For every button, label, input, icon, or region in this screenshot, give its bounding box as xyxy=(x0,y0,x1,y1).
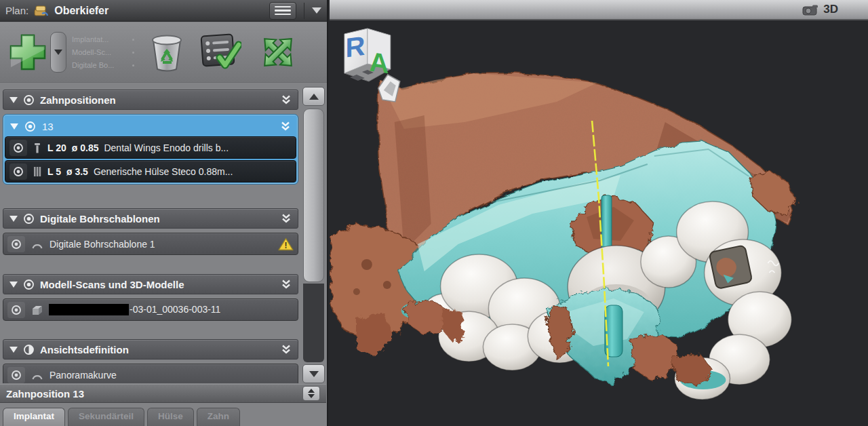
modelscan-name: -03-01_00036-003-11 xyxy=(49,304,220,316)
warning-icon: ! xyxy=(278,237,294,251)
section-bohrschablonen[interactable]: Digitale Bohrschablonen xyxy=(3,208,298,229)
add-object-button[interactable] xyxy=(7,30,49,75)
plan-bar: Plan: Oberkiefer xyxy=(0,0,327,22)
svg-text:!: ! xyxy=(285,241,288,250)
scrollbar-thumb[interactable] xyxy=(303,109,324,282)
tooth-position-13-group[interactable]: 13 L 20 ø 0.85 Dental Wings Enodo drills… xyxy=(3,114,298,185)
tab-zahn[interactable]: Zahn xyxy=(197,408,240,426)
visibility-radio-icon[interactable] xyxy=(9,140,27,156)
collapse-all-chevron-icon[interactable] xyxy=(281,94,292,105)
drill-name: Dental Wings Enodo drills b... xyxy=(104,142,229,153)
sleeve-icon xyxy=(33,166,42,178)
redacted-patient-id xyxy=(49,304,129,315)
checklist-apply-button[interactable] xyxy=(199,33,241,72)
collapse-all-chevron-icon[interactable] xyxy=(281,279,292,290)
move-transform-button[interactable] xyxy=(256,32,300,73)
panoramakurve-item-row[interactable]: Panoramakurve xyxy=(3,364,298,383)
visibility-radio-icon[interactable] xyxy=(7,367,25,383)
3d-view-label: 3D xyxy=(823,3,838,16)
collapse-triangle-icon[interactable] xyxy=(9,216,18,222)
visibility-radio-icon[interactable] xyxy=(7,236,25,252)
drill-diameter: ø 0.85 xyxy=(72,142,99,153)
cube-icon xyxy=(31,304,43,316)
tab-huelse[interactable]: Hülse xyxy=(147,408,194,426)
scroll-down-button[interactable] xyxy=(302,364,325,383)
section-title: Zahnpositionen xyxy=(40,94,116,106)
drill-icon xyxy=(33,142,42,154)
visibility-radio-icon[interactable] xyxy=(23,279,35,290)
plan-icon xyxy=(33,5,50,17)
cube-face-anterior-label: A xyxy=(369,46,389,79)
add-object-menu-preview[interactable]: Implantat... Modell-Sc... Digitale Bo... xyxy=(72,35,134,69)
collapse-triangle-icon[interactable] xyxy=(9,97,18,103)
section-zahnpositionen[interactable]: Zahnpositionen xyxy=(3,90,298,110)
menu-item-modellscan[interactable]: Modell-Sc... xyxy=(72,48,111,56)
object-tree-panel: Plan: Oberkiefer xyxy=(0,0,328,426)
add-object-dropdown[interactable] xyxy=(50,32,66,73)
plan-label: Plan: xyxy=(5,5,28,16)
detail-title: Zahnposition 13 xyxy=(6,388,84,400)
tree-scrollbar[interactable] xyxy=(302,87,325,383)
collapse-all-chevron-icon[interactable] xyxy=(280,121,291,132)
3d-view-header: 3D xyxy=(330,0,868,20)
position-spinner[interactable] xyxy=(302,386,320,401)
drill-length: L 20 xyxy=(47,142,66,153)
tooth-position-label: 13 xyxy=(42,121,54,132)
collapse-all-chevron-icon[interactable] xyxy=(281,213,292,224)
collapse-triangle-icon[interactable] xyxy=(9,347,18,353)
3d-view-panel: 3D xyxy=(330,0,868,426)
drill-item-row[interactable]: L 20 ø 0.85 Dental Wings Enodo drills b.… xyxy=(5,136,296,159)
orientation-cube[interactable]: R A xyxy=(344,28,391,81)
sleeve-item-row[interactable]: L 5 ø 3.5 Generische Hülse Steco 0.88m..… xyxy=(5,160,296,182)
view-contrast-icon[interactable] xyxy=(23,344,35,355)
section-modellscans[interactable]: Modell-Scans und 3D-Modelle xyxy=(3,274,298,294)
guide-inspection-window xyxy=(709,245,752,289)
visibility-radio-icon[interactable] xyxy=(7,302,25,318)
tab-implantat[interactable]: Implantat xyxy=(3,408,65,426)
visibility-radio-icon[interactable] xyxy=(9,163,27,180)
collapse-triangle-icon[interactable] xyxy=(10,123,18,130)
bohrschablone-item-row[interactable]: Digitale Bohrschablone 1 ! xyxy=(3,233,298,255)
section-title: Ansichtsdefinition xyxy=(40,344,129,355)
3d-viewport[interactable]: R A xyxy=(330,20,868,426)
camera-icon[interactable] xyxy=(802,4,820,16)
menu-button[interactable] xyxy=(269,2,296,20)
scroll-up-button[interactable] xyxy=(302,87,325,106)
menu-item-bohrschablone[interactable]: Digitale Bo... xyxy=(72,61,114,69)
visibility-radio-icon[interactable] xyxy=(23,213,35,225)
section-title: Modell-Scans und 3D-Modelle xyxy=(40,279,184,290)
guide-arch-icon xyxy=(31,239,44,250)
detail-tabs: Implantat Sekundärteil Hülse Zahn xyxy=(3,408,240,426)
toolbar: Implantat... Modell-Sc... Digitale Bo... xyxy=(0,22,327,83)
visibility-radio-icon[interactable] xyxy=(23,94,35,106)
tooth-position-13-header[interactable]: 13 xyxy=(5,116,296,136)
object-tree: Zahnpositionen 13 xyxy=(0,83,302,383)
visibility-radio-icon[interactable] xyxy=(24,121,36,132)
tab-sekundaerteil[interactable]: Sekundärteil xyxy=(68,408,144,426)
modelscan-item-row[interactable]: -03-01_00036-003-11 xyxy=(3,298,298,321)
menu-item-implantat[interactable]: Implantat... xyxy=(72,35,108,43)
delete-trash-button[interactable] xyxy=(149,32,184,73)
sleeve-diameter: ø 3.5 xyxy=(66,166,88,177)
section-title: Digitale Bohrschablonen xyxy=(40,213,160,225)
plan-name: Oberkiefer xyxy=(54,5,108,17)
panorama-curve-icon xyxy=(31,370,44,381)
divider xyxy=(304,3,304,19)
collapse-triangle-icon[interactable] xyxy=(9,282,18,288)
collapse-all-chevron-icon[interactable] xyxy=(281,344,292,355)
caret-down-icon xyxy=(309,371,319,377)
plan-dropdown-arrow[interactable] xyxy=(312,7,321,14)
cube-face-right-label: R xyxy=(346,31,366,64)
sleeve-length: L 5 xyxy=(47,166,61,177)
scrollbar-track[interactable] xyxy=(303,284,324,362)
panoramakurve-name: Panoramakurve xyxy=(50,370,117,381)
bohrschablone-name: Digitale Bohrschablone 1 xyxy=(50,239,155,250)
app-window: Plan: Oberkiefer xyxy=(0,0,868,426)
section-ansichtsdefinition[interactable]: Ansichtsdefinition xyxy=(3,339,298,360)
detail-header-bar[interactable]: Zahnposition 13 xyxy=(0,384,326,403)
sleeve-name: Generische Hülse Steco 0.88m... xyxy=(94,166,233,177)
caret-up-icon xyxy=(309,94,319,100)
